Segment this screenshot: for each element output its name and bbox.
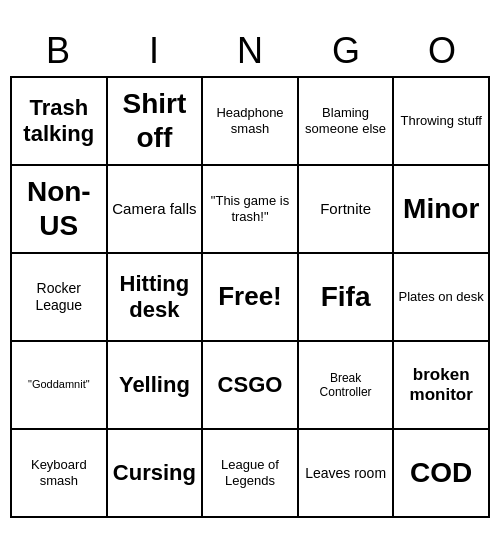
cell-r5c3: League of Legends xyxy=(203,430,299,518)
cell-r1c2: Shirt off xyxy=(108,78,204,166)
header-i: I xyxy=(106,26,202,76)
cell-r1c5-text: Throwing stuff xyxy=(400,113,481,129)
cell-r3c5: Plates on desk xyxy=(394,254,490,342)
header-n: N xyxy=(202,26,298,76)
cell-r4c2-text: Yelling xyxy=(119,372,190,398)
cell-r5c2-text: Cursing xyxy=(113,460,196,486)
header-o: O xyxy=(394,26,490,76)
cell-r2c2: Camera falls xyxy=(108,166,204,254)
cell-r1c4-text: Blaming someone else xyxy=(303,105,389,136)
cell-r4c5: broken monitor xyxy=(394,342,490,430)
cell-r2c4: Fortnite xyxy=(299,166,395,254)
cell-r3c5-text: Plates on desk xyxy=(399,289,484,305)
cell-r5c1: Keyboard smash xyxy=(12,430,108,518)
header-b: B xyxy=(10,26,106,76)
cell-r1c5: Throwing stuff xyxy=(394,78,490,166)
cell-r1c3: Headphone smash xyxy=(203,78,299,166)
header-row: B I N G O xyxy=(10,26,490,76)
cell-r3c2-text: Hitting desk xyxy=(112,271,198,324)
cell-r1c1-text: Trash talking xyxy=(16,95,102,148)
cell-r1c1: Trash talking xyxy=(12,78,108,166)
cell-r5c3-text: League of Legends xyxy=(207,457,293,488)
cell-r4c1: "Goddamnit" xyxy=(12,342,108,430)
cell-r2c2-text: Camera falls xyxy=(112,200,196,218)
cell-r2c3-text: "This game is trash!" xyxy=(207,193,293,224)
cell-r3c4: Fifa xyxy=(299,254,395,342)
cell-r2c5-text: Minor xyxy=(403,192,479,226)
cell-r3c2: Hitting desk xyxy=(108,254,204,342)
cell-r5c4: Leaves room xyxy=(299,430,395,518)
cell-r1c4: Blaming someone else xyxy=(299,78,395,166)
cell-r4c4: Break Controller xyxy=(299,342,395,430)
cell-r3c1-text: Rocker League xyxy=(16,280,102,314)
bingo-grid: Trash talking Shirt off Headphone smash … xyxy=(10,76,490,518)
cell-r1c2-text: Shirt off xyxy=(112,87,198,154)
cell-r2c4-text: Fortnite xyxy=(320,200,371,218)
cell-r4c3: CSGO xyxy=(203,342,299,430)
cell-r1c3-text: Headphone smash xyxy=(207,105,293,136)
header-g: G xyxy=(298,26,394,76)
cell-r3c4-text: Fifa xyxy=(321,280,371,314)
cell-r4c4-text: Break Controller xyxy=(303,371,389,400)
cell-r3c3: Free! xyxy=(203,254,299,342)
cell-r2c1-text: Non-US xyxy=(16,175,102,242)
cell-r3c1: Rocker League xyxy=(12,254,108,342)
cell-r2c5: Minor xyxy=(394,166,490,254)
cell-r2c1: Non-US xyxy=(12,166,108,254)
cell-r5c2: Cursing xyxy=(108,430,204,518)
cell-r3c3-text: Free! xyxy=(218,281,282,312)
cell-r4c5-text: broken monitor xyxy=(398,365,484,406)
cell-r5c5-text: COD xyxy=(410,456,472,490)
cell-r5c1-text: Keyboard smash xyxy=(16,457,102,488)
cell-r4c1-text: "Goddamnit" xyxy=(28,378,90,391)
cell-r4c2: Yelling xyxy=(108,342,204,430)
cell-r2c3: "This game is trash!" xyxy=(203,166,299,254)
cell-r5c5: COD xyxy=(394,430,490,518)
cell-r4c3-text: CSGO xyxy=(218,372,283,398)
cell-r5c4-text: Leaves room xyxy=(305,465,386,482)
